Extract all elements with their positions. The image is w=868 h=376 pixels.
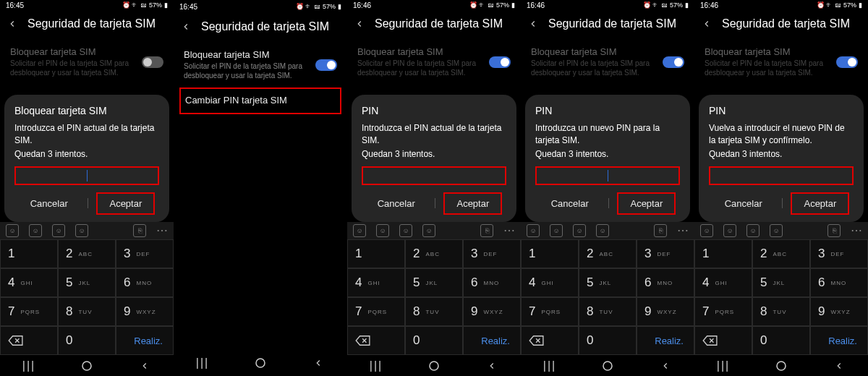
clipboard-icon[interactable]: ⎘ [480,224,493,237]
key-3[interactable]: 3DEF [810,239,868,268]
gif-icon[interactable]: ☺ [746,224,760,237]
key-2[interactable]: 2ABC [579,239,637,268]
recent-apps-button[interactable]: ||| [716,359,731,373]
done-key[interactable]: Realiz. [810,326,868,355]
back-button[interactable] [179,20,192,33]
more-icon[interactable]: ⋯ [156,223,168,237]
nav-back-button[interactable] [658,359,673,373]
key-4[interactable]: 4GHI [521,268,579,297]
change-pin-setting[interactable]: Cambiar PIN tarjeta SIM [181,89,340,113]
gif-icon[interactable]: ☺ [573,224,586,237]
lock-sim-toggle[interactable] [663,56,684,68]
nav-back-button[interactable] [485,359,499,373]
recent-apps-button[interactable]: ||| [369,359,383,373]
key-6[interactable]: 6MNO [637,268,694,297]
key-2[interactable]: 2ABC [752,239,810,268]
nav-back-button[interactable] [311,356,326,370]
key-5[interactable]: 5JKL [752,268,810,297]
emoji-icon[interactable]: ☺ [700,224,713,237]
nav-back-button[interactable] [832,359,846,373]
key-0[interactable]: 0 [752,326,810,355]
key-7[interactable]: 7PQRS [0,297,58,326]
gif-icon[interactable]: ☺ [52,224,65,237]
emoji-icon[interactable]: ☺ [6,224,19,237]
accept-button[interactable]: Aceptar [791,192,849,215]
more-icon[interactable]: ⋯ [677,223,689,237]
key-2[interactable]: 2ABC [405,239,463,268]
sticker-icon[interactable]: ☺ [550,224,563,237]
back-button[interactable] [6,17,19,30]
key-8[interactable]: 8TUV [58,297,116,326]
key-7[interactable]: 7PQRS [347,297,405,326]
key-9[interactable]: 9WXYZ [116,297,174,326]
back-button[interactable] [700,17,713,30]
key-9[interactable]: 9WXYZ [463,297,521,326]
recent-apps-button[interactable]: ||| [195,356,210,370]
pin-input[interactable] [14,166,159,185]
home-button[interactable] [253,356,268,370]
backspace-key[interactable] [694,326,752,355]
more-icon[interactable]: ⋯ [503,223,515,237]
done-key[interactable]: Realiz. [637,326,694,355]
home-button[interactable] [774,359,788,373]
clipboard-icon[interactable]: ⎘ [827,224,841,237]
key-6[interactable]: 6MNO [810,268,868,297]
key-1[interactable]: 1 [347,239,405,268]
home-button[interactable] [600,359,615,373]
settings-icon[interactable]: ☺ [770,224,783,237]
lock-sim-setting[interactable]: Bloquear tarjeta SIMSolicitar el PIN de … [347,40,521,85]
key-9[interactable]: 9WXYZ [637,297,694,326]
lock-sim-toggle[interactable] [315,59,337,71]
recent-apps-button[interactable]: ||| [542,359,557,373]
accept-button[interactable]: Aceptar [443,192,502,215]
clipboard-icon[interactable]: ⎘ [133,224,146,237]
key-2[interactable]: 2ABC [58,239,116,268]
backspace-key[interactable] [521,326,579,355]
key-0[interactable]: 0 [58,326,116,355]
key-5[interactable]: 5JKL [579,268,637,297]
lock-sim-toggle[interactable] [836,56,858,68]
key-5[interactable]: 5JKL [405,268,463,297]
key-8[interactable]: 8TUV [752,297,810,326]
key-8[interactable]: 8TUV [579,297,637,326]
done-key[interactable]: Realiz. [463,326,521,355]
home-button[interactable] [427,359,441,373]
recent-apps-button[interactable]: ||| [22,359,36,373]
key-1[interactable]: 1 [0,239,58,268]
clipboard-icon[interactable]: ⎘ [654,224,667,237]
accept-button[interactable]: Aceptar [617,192,676,215]
key-7[interactable]: 7PQRS [521,297,579,326]
backspace-key[interactable] [0,326,58,355]
cancel-button[interactable]: Cancelar [366,194,427,213]
accept-button[interactable]: Aceptar [96,192,155,215]
key-9[interactable]: 9WXYZ [810,297,868,326]
key-0[interactable]: 0 [405,326,463,355]
key-6[interactable]: 6MNO [463,268,521,297]
lock-sim-setting[interactable]: Bloquear tarjeta SIMSolicitar el PIN de … [694,40,868,85]
sticker-icon[interactable]: ☺ [723,224,736,237]
emoji-icon[interactable]: ☺ [527,224,540,237]
key-1[interactable]: 1 [694,239,752,268]
sticker-icon[interactable]: ☺ [376,224,389,237]
pin-input[interactable] [709,166,854,185]
key-4[interactable]: 4GHI [694,268,752,297]
lock-sim-toggle[interactable] [489,56,511,68]
lock-sim-toggle[interactable] [142,56,163,68]
emoji-icon[interactable]: ☺ [353,224,366,237]
cancel-button[interactable]: Cancelar [713,194,774,213]
settings-icon[interactable]: ☺ [596,224,609,237]
done-key[interactable]: Realiz. [116,326,174,355]
pin-input[interactable] [535,166,680,185]
gif-icon[interactable]: ☺ [399,224,412,237]
key-3[interactable]: 3DEF [116,239,174,268]
cancel-button[interactable]: Cancelar [540,194,600,213]
key-5[interactable]: 5JKL [58,268,116,297]
sticker-icon[interactable]: ☺ [29,224,42,237]
key-4[interactable]: 4GHI [0,268,58,297]
nav-back-button[interactable] [137,359,152,373]
key-1[interactable]: 1 [521,239,579,268]
key-3[interactable]: 3DEF [637,239,694,268]
lock-sim-setting[interactable]: Bloquear tarjeta SIMSolicitar el PIN de … [174,43,347,87]
key-7[interactable]: 7PQRS [694,297,752,326]
key-3[interactable]: 3DEF [463,239,521,268]
